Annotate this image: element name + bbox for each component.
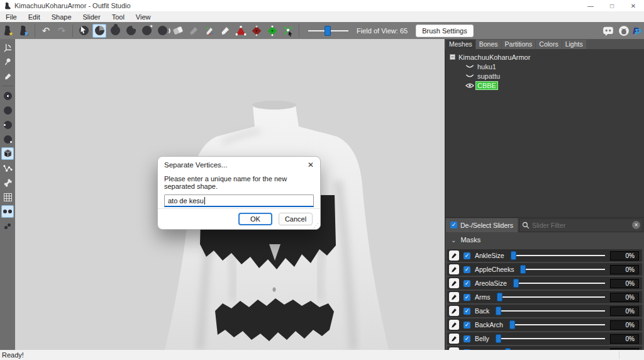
tab-bones[interactable]: Bones bbox=[476, 40, 501, 49]
redo-button[interactable]: ↷ bbox=[55, 24, 69, 38]
slider-handle[interactable] bbox=[496, 307, 501, 315]
deselect-checkbox[interactable]: ✓ bbox=[450, 222, 457, 228]
slider-checkbox[interactable]: ✓ bbox=[464, 252, 470, 259]
menu-tool[interactable]: Tool bbox=[106, 11, 130, 22]
masks-group-header[interactable]: ⌄ Masks bbox=[445, 232, 644, 247]
tab-colors[interactable]: Colors bbox=[536, 40, 561, 49]
slider-track[interactable] bbox=[509, 324, 605, 325]
mirror-y-icon[interactable] bbox=[1, 104, 14, 116]
weight-brush-button[interactable] bbox=[187, 24, 201, 38]
close-button[interactable]: ✕ bbox=[623, 0, 644, 11]
slider-checkbox[interactable]: ✓ bbox=[464, 266, 470, 273]
edit-slider-button[interactable] bbox=[449, 292, 459, 302]
slider-handle[interactable] bbox=[497, 293, 502, 301]
resize-grip[interactable]: ⋰ bbox=[313, 223, 318, 228]
mesh-item-huku1[interactable]: huku1 bbox=[445, 62, 644, 71]
slider-value[interactable]: 0% bbox=[610, 251, 639, 261]
shape-name-input[interactable]: ato de kesu bbox=[164, 194, 314, 207]
wireframe-cube-icon[interactable] bbox=[1, 147, 14, 160]
slider-checkbox[interactable]: ✓ bbox=[464, 322, 470, 329]
slider-checkbox[interactable]: ✓ bbox=[464, 280, 470, 287]
mirror-x-icon[interactable] bbox=[1, 89, 14, 102]
slider-checkbox[interactable]: ✓ bbox=[464, 335, 470, 342]
slider-handle[interactable] bbox=[496, 334, 501, 343]
github-icon[interactable] bbox=[617, 24, 631, 38]
collapse-vertex-button[interactable] bbox=[234, 24, 248, 38]
undiff-eraser-button[interactable] bbox=[171, 24, 185, 38]
tree-root-item[interactable]: − KimachuuKoharuArmor bbox=[445, 52, 644, 62]
slider-handle[interactable] bbox=[511, 251, 516, 260]
edit-slider-button[interactable] bbox=[449, 250, 459, 261]
dialog-close-icon[interactable]: ✕ bbox=[308, 160, 314, 169]
slider-value[interactable]: 0% bbox=[610, 293, 639, 302]
load-project-button[interactable] bbox=[17, 24, 31, 38]
vertex-brush-icon[interactable] bbox=[1, 70, 14, 82]
slider-value[interactable]: 0% bbox=[610, 307, 639, 316]
bone-icon[interactable] bbox=[1, 176, 14, 189]
edit-slider-button[interactable] bbox=[449, 278, 459, 288]
edit-slider-button[interactable] bbox=[449, 306, 459, 316]
deselect-sliders-toggle[interactable]: ✓ De-/Select Sliders bbox=[446, 218, 518, 232]
slider-checkbox[interactable]: ✓ bbox=[464, 294, 470, 301]
slider-track[interactable] bbox=[511, 255, 605, 256]
undo-button[interactable]: ↶ bbox=[39, 24, 53, 38]
slider-value[interactable]: 0% bbox=[610, 320, 639, 330]
menu-slider[interactable]: Slider bbox=[77, 11, 106, 22]
slider-track[interactable] bbox=[520, 269, 605, 270]
slider-value[interactable]: 0% bbox=[610, 334, 639, 344]
deflate-brush-button[interactable] bbox=[124, 24, 138, 38]
slider-checkbox[interactable]: ✓ bbox=[464, 308, 470, 315]
fov-slider[interactable] bbox=[308, 30, 348, 31]
ok-button[interactable]: OK bbox=[238, 213, 272, 225]
slider-track[interactable] bbox=[496, 338, 605, 339]
eye-closed-icon[interactable] bbox=[465, 64, 474, 70]
smooth-brush-button[interactable] bbox=[140, 24, 153, 38]
slider-handle[interactable] bbox=[520, 265, 526, 274]
menu-file[interactable]: File bbox=[0, 11, 23, 22]
discord-icon[interactable] bbox=[601, 24, 615, 38]
edit-slider-button[interactable] bbox=[449, 334, 459, 344]
eye-open-icon[interactable] bbox=[465, 82, 474, 89]
clear-filter-icon[interactable]: ✕ bbox=[632, 221, 640, 229]
slider-filter-input[interactable] bbox=[532, 222, 630, 229]
slider-value[interactable]: 0% bbox=[610, 265, 639, 274]
slider-handle[interactable] bbox=[513, 279, 519, 288]
vertices-pair-icon[interactable] bbox=[1, 205, 14, 218]
minimize-button[interactable]: — bbox=[580, 0, 601, 11]
slider-handle[interactable] bbox=[509, 320, 515, 329]
edit-slider-button[interactable] bbox=[449, 320, 459, 330]
grid-icon[interactable] bbox=[1, 191, 14, 203]
paypal-icon[interactable]: PP bbox=[633, 25, 643, 37]
slider-filter-box[interactable]: ✕ bbox=[519, 218, 643, 232]
mirror-w-icon[interactable] bbox=[1, 133, 14, 145]
maximize-button[interactable]: □ bbox=[601, 0, 623, 11]
color-brush-button[interactable] bbox=[203, 24, 216, 38]
rotation-center-icon[interactable] bbox=[1, 41, 14, 53]
mesh-item-cbbe[interactable]: CBBE bbox=[445, 81, 644, 90]
eye-closed-icon[interactable] bbox=[465, 73, 474, 79]
menu-edit[interactable]: Edit bbox=[23, 11, 46, 22]
brush-settings-button[interactable]: Brush Settings bbox=[416, 25, 474, 37]
menu-shape[interactable]: Shape bbox=[46, 11, 77, 22]
connected-vertices-icon[interactable] bbox=[1, 162, 14, 174]
inflate-brush-button[interactable] bbox=[108, 24, 122, 38]
select-tool-button[interactable] bbox=[77, 24, 91, 38]
mesh-item-supattu[interactable]: supattu bbox=[445, 71, 644, 81]
new-project-button[interactable] bbox=[1, 24, 15, 38]
split-edge-button[interactable] bbox=[265, 24, 279, 38]
edit-slider-button[interactable] bbox=[449, 264, 459, 274]
small-vertices-icon[interactable] bbox=[1, 220, 14, 232]
slider-track[interactable] bbox=[496, 310, 605, 312]
slider-track[interactable] bbox=[513, 283, 605, 284]
move-vertex-button[interactable] bbox=[281, 24, 295, 38]
alpha-brush-button[interactable] bbox=[218, 24, 232, 38]
menu-view[interactable]: View bbox=[130, 11, 157, 22]
slider-value[interactable]: 0% bbox=[610, 279, 639, 288]
pin-icon[interactable] bbox=[1, 55, 14, 68]
flip-edge-button[interactable] bbox=[250, 24, 264, 38]
fov-slider-handle[interactable] bbox=[325, 26, 331, 36]
mask-brush-button[interactable] bbox=[92, 24, 106, 38]
mirror-z-icon[interactable] bbox=[1, 118, 14, 131]
tab-meshes[interactable]: Meshes bbox=[446, 40, 475, 49]
tab-lights[interactable]: Lights bbox=[562, 40, 586, 49]
